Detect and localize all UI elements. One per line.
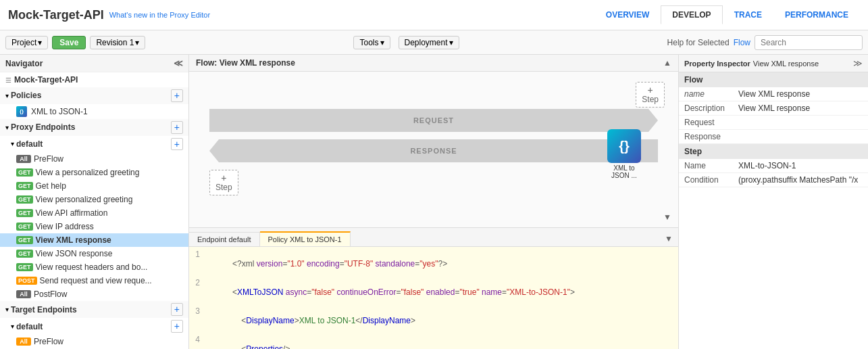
prop-header: Property Inspector View XML response ≫: [679, 55, 868, 72]
code-line-1: 1 <?xml version="1.0" encoding="UTF-8" s…: [189, 250, 678, 278]
flow-title: Flow: View XML response: [196, 58, 295, 68]
nav-view-xml-response[interactable]: GET View XML response: [0, 233, 188, 247]
target-default-section[interactable]: ▾ default +: [0, 318, 188, 335]
code-scroll-btn[interactable]: ▼: [659, 231, 678, 246]
policies-label: Policies: [11, 91, 41, 100]
section-target-endpoints[interactable]: ▾ Target Endpoints +: [0, 301, 188, 318]
main-layout: Navigator ≪ ☰ Mock-Target-API ▾ Policies…: [0, 55, 868, 349]
flow-scroll-up[interactable]: ▲: [663, 58, 671, 68]
nav-view-greeting[interactable]: GET View a personalized greeting: [0, 166, 188, 179]
policy-xml-json[interactable]: {} XML to JSON-1: [0, 104, 188, 119]
policy-label: XML to JSON ...: [611, 164, 637, 179]
prop-key-response: Response: [684, 132, 738, 141]
policies-add[interactable]: +: [171, 89, 183, 102]
code-line-4: 4 <Properties/>: [189, 335, 678, 349]
nav-preflow-all[interactable]: All PreFlow: [0, 152, 188, 166]
prop-subtitle: View XML response: [753, 60, 819, 68]
policy-step-xml-json[interactable]: {} XML to JSON ...: [607, 129, 641, 179]
tab-endpoint-default[interactable]: Endpoint default: [189, 232, 260, 246]
nav-view-api-affirmation[interactable]: GET View API affirmation: [0, 206, 188, 220]
nav-view-json-response[interactable]: GET View JSON response: [0, 247, 188, 260]
nav-postflow[interactable]: All PostFlow: [0, 287, 188, 301]
target-default-label: default: [16, 322, 43, 331]
line-num-2: 2: [189, 278, 205, 306]
whats-new-link[interactable]: What's new in the Proxy Editor: [109, 11, 210, 19]
tab-trace[interactable]: TRACE: [723, 5, 773, 24]
proxy-endpoints-label: Proxy Endpoints: [11, 122, 75, 132]
line-num-1: 1: [189, 250, 205, 278]
code-body: 1 <?xml version="1.0" encoding="UTF-8" s…: [189, 247, 678, 349]
prop-step-section: Step Name XML-to-JSON-1 Condition (proxy…: [679, 144, 868, 187]
search-input[interactable]: [755, 35, 863, 50]
tools-button[interactable]: Tools▾: [353, 36, 390, 49]
target-endpoints-add[interactable]: +: [171, 303, 183, 316]
nav-root-item[interactable]: ☰ Mock-Target-API: [0, 72, 188, 87]
proxy-default-label: default: [16, 139, 43, 149]
code-line-2: 2 <XMLToJSON async="false" continueOnErr…: [189, 278, 678, 306]
revision-button[interactable]: Revision 1▾: [90, 36, 145, 49]
line-content-2: <XMLToJSON async="false" continueOnError…: [205, 278, 575, 306]
tab-develop[interactable]: DEVELOP: [661, 5, 722, 24]
nav-view-request-headers[interactable]: GET View request headers and bo...: [0, 260, 188, 274]
nav-target-preflow[interactable]: All PreFlow: [0, 335, 188, 348]
code-tabs-bar: Endpoint default Policy XML to JSON-1 ▼: [189, 228, 678, 247]
code-area: Endpoint default Policy XML to JSON-1 ▼ …: [189, 227, 678, 349]
section-policies[interactable]: ▾ Policies +: [0, 87, 188, 104]
flow-header: Flow: View XML response ▲: [189, 55, 678, 72]
proxy-default-add[interactable]: +: [171, 138, 183, 151]
save-button[interactable]: Save: [52, 36, 86, 49]
prop-val-description: View XML response: [738, 103, 810, 113]
navigator-panel: Navigator ≪ ☰ Mock-Target-API ▾ Policies…: [0, 55, 189, 349]
prop-row-step-name: Name XML-to-JSON-1: [679, 159, 868, 173]
flow-scroll-down[interactable]: ▼: [663, 212, 671, 222]
nav-get-help[interactable]: GET Get help: [0, 179, 188, 193]
nav-post-send-request[interactable]: POST Send request and view reque...: [0, 274, 188, 287]
line-num-3: 3: [189, 306, 205, 335]
request-lane: REQUEST: [209, 109, 658, 132]
nav-view-ip[interactable]: GET View IP address: [0, 220, 188, 233]
flow-link[interactable]: Flow: [734, 38, 750, 47]
nav-view-personalized-greeting[interactable]: GET View personalized greeting: [0, 193, 188, 206]
prop-expand[interactable]: ≫: [853, 58, 863, 68]
prop-section-flow-title: Flow: [679, 72, 868, 87]
navigator-collapse[interactable]: ≪: [174, 58, 183, 68]
deployment-button[interactable]: Deployment▾: [399, 36, 459, 49]
policy-icon: {}: [607, 129, 641, 163]
proxy-default-section[interactable]: ▾ default +: [0, 136, 188, 153]
code-line-3: 3 <DisplayName>XML to JSON-1</DisplayNam…: [189, 306, 678, 335]
prop-key-condition: Condition: [684, 175, 738, 185]
target-endpoints-label: Target Endpoints: [11, 305, 77, 315]
response-lane: RESPONSE: [209, 139, 658, 162]
line-content-1: <?xml version="1.0" encoding="UTF-8" sta…: [205, 250, 447, 278]
app-title: Mock-Target-API: [8, 8, 104, 22]
section-proxy-endpoints[interactable]: ▾ Proxy Endpoints +: [0, 119, 188, 136]
line-content-3: <DisplayName>XML to JSON-1</DisplayName>: [205, 306, 415, 335]
prop-row-name: name View XML response: [679, 87, 868, 101]
target-default-add[interactable]: +: [171, 320, 183, 333]
prop-title: Property Inspector: [684, 60, 750, 68]
line-num-4: 4: [189, 335, 205, 349]
prop-val-name: View XML response: [738, 89, 810, 99]
prop-val-condition: (proxy.pathsuffix MatchesPath "/x: [738, 175, 858, 185]
project-button[interactable]: Project▾: [5, 36, 48, 49]
prop-key-step-name: Name: [684, 161, 738, 170]
tab-policy-xml[interactable]: Policy XML to JSON-1: [260, 231, 351, 246]
prop-row-description: Description View XML response: [679, 101, 868, 116]
header: Mock-Target-API What's new in the Proxy …: [0, 0, 868, 30]
step-add-bottom[interactable]: + Step: [209, 170, 238, 195]
property-inspector: Property Inspector View XML response ≫ F…: [679, 55, 868, 349]
prop-section-step-title: Step: [679, 144, 868, 159]
tab-overview[interactable]: OVERVIEW: [594, 5, 661, 24]
prop-val-step-name: XML-to-JSON-1: [738, 161, 796, 170]
tab-performance[interactable]: PERFORMANCE: [773, 5, 860, 24]
step-add-top[interactable]: + Step: [636, 82, 665, 108]
response-label: RESPONSE: [410, 147, 457, 155]
prop-row-condition: Condition (proxy.pathsuffix MatchesPath …: [679, 173, 868, 187]
proxy-endpoints-add[interactable]: +: [171, 121, 183, 134]
prop-key-name: name: [684, 89, 738, 99]
prop-key-description: Description: [684, 103, 738, 113]
help-label: Help for Selected: [667, 38, 730, 47]
prop-row-response: Response: [679, 130, 868, 144]
prop-key-request: Request: [684, 118, 738, 127]
toolbar: Project▾ Save Revision 1▾ Tools▾ Deploym…: [0, 30, 868, 55]
